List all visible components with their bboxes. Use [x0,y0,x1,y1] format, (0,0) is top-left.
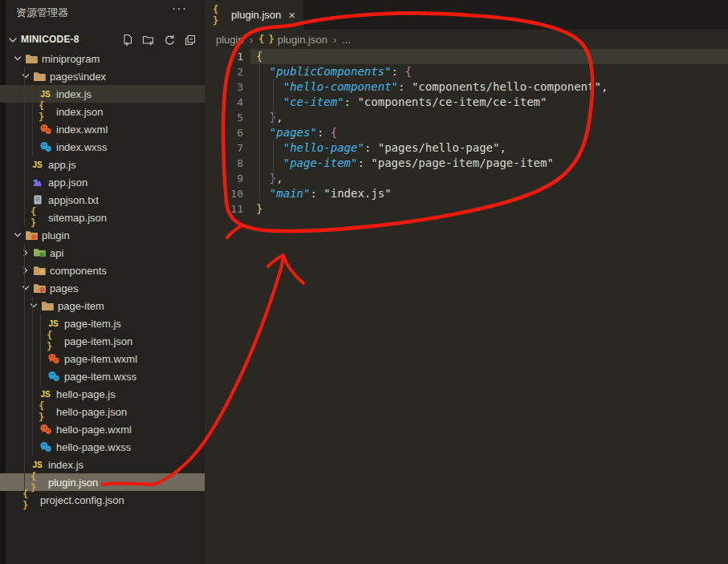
more-actions-icon[interactable]: ··· [172,2,187,16]
tree-indent-guide [24,297,25,314]
tree-item-app.js[interactable]: JSapp.js [0,156,205,173]
tree-item-label: miniprogram [42,53,100,65]
tree-indent-guide [32,385,33,403]
tree-indent-guide [40,367,41,385]
wxss-icon [47,370,60,383]
code-line: "main": "index.js" [256,186,608,201]
code-line: "hello-page": "pages/hello-page", [256,140,608,156]
tree-indent-guide [32,138,33,156]
explorer-header: 资源管理器 ··· [0,0,205,24]
tree-item-label: appjson.txt [48,194,99,206]
tree-item-label: app.js [48,159,76,171]
tree-indent-guide [24,67,25,85]
tree-item-label: api [50,247,63,259]
wxss-icon [39,140,52,153]
tree-indent-guide [32,403,33,420]
line-number: 3 [205,79,243,95]
breadcrumb-separator: › [333,34,336,46]
explorer-title: 资源管理器 [16,6,68,20]
tree-item-index.json[interactable]: { }index.json [0,103,205,120]
tree-indent-guide [24,438,25,456]
tree-item-label: page-item.wxss [64,371,136,383]
tree-item-label: hello-page.wxml [56,424,132,436]
js-icon: JS [31,158,44,171]
tree-indent-guide [32,314,33,332]
tree-indent-guide [24,314,25,332]
wxss-icon [39,440,52,453]
tab-bar: { } plugin.json × [205,0,728,30]
tree-item-label: page-item.json [64,335,132,347]
breadcrumb-item-symbols[interactable]: ... [342,34,351,46]
line-number: 2 [205,64,243,79]
chevron-down-icon [19,70,32,83]
refresh-button[interactable] [162,33,176,47]
new-file-button[interactable] [120,33,134,47]
wxml-icon [39,423,52,436]
tree-item-page-item.wxml[interactable]: page-item.wxml [0,350,205,367]
tree-item-pages[interactable]: pages [0,279,205,297]
tree-item-label: plugin.json [48,477,98,489]
tree-item-components[interactable]: components [0,262,205,279]
tree-item-plugin[interactable]: plugin [0,226,205,244]
wxml-icon [47,352,60,365]
tree-item-pages-index[interactable]: pages\index [0,67,205,85]
collapse-folders-button[interactable] [183,33,197,47]
line-number: 7 [205,140,243,156]
tree-item-label: index.js [56,88,92,100]
js-icon: JS [39,387,52,400]
chevron-down-icon [19,282,32,294]
tree-indent-guide [32,367,33,385]
tree-item-label: components [50,265,107,277]
tree-item-miniprogram[interactable]: miniprogram [0,50,205,67]
close-icon[interactable]: × [288,8,295,22]
folder-icon [40,299,54,312]
wxml-icon [39,123,52,136]
new-folder-button[interactable] [141,33,155,47]
tree-item-label: pages\index [50,71,106,83]
tree-item-hello-page.wxml[interactable]: hello-page.wxml [0,420,205,438]
tree-item-page-item.js[interactable]: JSpage-item.js [0,314,205,332]
tree-item-hello-page.js[interactable]: JShello-page.js [0,385,205,403]
tree-item-hello-page.wxss[interactable]: hello-page.wxss [0,438,205,456]
folder-api-icon [32,246,46,259]
tree-item-index.js[interactable]: JSindex.js [0,85,205,103]
tree-item-label: index.js [48,459,83,471]
tree-item-label: index.wxml [56,124,108,136]
tree-indent-guide [32,420,33,438]
folder-icon [24,52,38,65]
tree-indent-guide [24,85,25,103]
tree-item-index.wxml[interactable]: index.wxml [0,120,205,138]
tree-item-api[interactable]: api [0,244,205,262]
tree-item-hello-page.json[interactable]: { }hello-page.json [0,403,205,420]
json-icon: { } [22,493,36,506]
tree-item-app.json[interactable]: app.json [0,173,205,191]
tab-label: plugin.json [231,9,281,21]
breadcrumb-item-plugin[interactable]: plugin [216,34,244,46]
tree-indent-guide [40,332,41,350]
chevron-right-icon [19,246,32,259]
editor-group: { } plugin.json × plugin › { } plugin.js… [205,0,728,564]
workspace-section-header[interactable]: MINICODE-8 [0,30,205,50]
breadcrumb-item-file[interactable]: { } plugin.json [258,34,327,46]
tree-item-page-item.json[interactable]: { }page-item.json [0,332,205,350]
code-content: { "publicComponents": { "hello-component… [256,49,608,217]
breadcrumb: plugin › { } plugin.json › ... [205,30,728,49]
json-icon: { } [39,405,52,418]
code-line: "page-item": "pages/page-item/page-item" [256,156,608,171]
tree-item-label: page-item.wxml [64,353,137,365]
line-number: 10 [205,186,243,201]
tree-item-index.wxss[interactable]: index.wxss [0,138,205,156]
code-line: { [256,49,608,64]
workspace-name: MINICODE-8 [21,34,79,45]
tree-indent-guide [24,403,25,420]
folder-pages-icon [32,282,46,294]
tree-item-project.config.json[interactable]: { }project.config.json [0,491,205,509]
tab-plugin-json[interactable]: { } plugin.json × [205,0,303,30]
text-file-icon [31,193,44,206]
breadcrumb-separator: › [250,34,253,46]
tree-item-page-item.wxss[interactable]: page-item.wxss [0,367,205,385]
tree-indent-guide [40,350,41,367]
tree-item-page-item[interactable]: page-item [0,297,205,314]
tree-item-sitemap.json[interactable]: { }sitemap.json [0,209,205,226]
tree-item-label: page-item [58,300,104,312]
